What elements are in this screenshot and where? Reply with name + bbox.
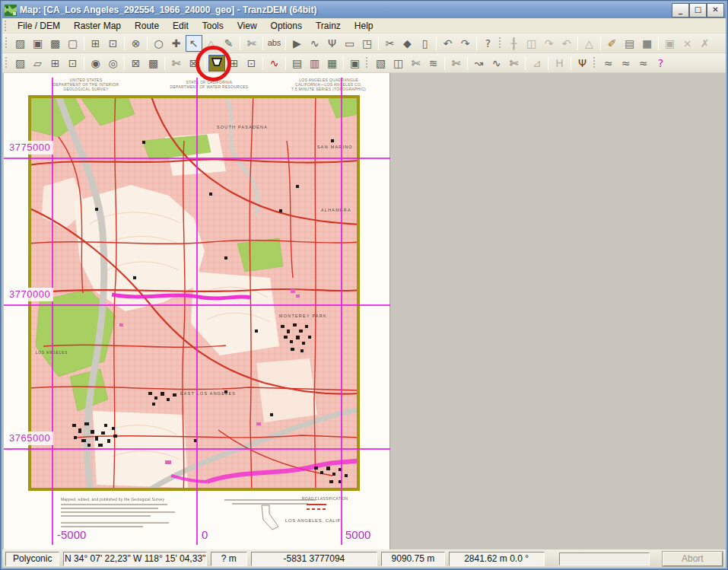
globe-button[interactable]: ◉ <box>87 55 104 72</box>
toolbar-separator <box>444 56 445 70</box>
play-button[interactable]: ▶ <box>289 35 306 52</box>
save-map-button[interactable]: ▣ <box>30 35 46 52</box>
menu-grip[interactable] <box>4 21 8 31</box>
clip-a-icon: ✄ <box>412 58 421 68</box>
menu-item-route[interactable]: Route <box>128 19 166 33</box>
save-raster-button[interactable]: ⊡ <box>105 35 122 52</box>
crop-frame-button[interactable]: ▩ <box>47 35 64 52</box>
fill-icon: ◆ <box>403 38 412 49</box>
duplicate-route-button[interactable]: ▱ <box>30 55 46 72</box>
clip-c-button[interactable]: ✄ <box>506 55 523 72</box>
toolbar-grip[interactable] <box>365 57 369 69</box>
grid-label-northing-3: 3765000 <box>6 431 53 445</box>
move-object-button[interactable]: ✐ <box>604 35 621 52</box>
frame-button[interactable]: ▭ <box>342 35 358 52</box>
map-delete-icon: ⊠ <box>132 58 141 68</box>
map-image[interactable]: SOUTH PASADENA SAN MARINO ALHAMBRA MONTE… <box>28 95 360 491</box>
grid-select-button[interactable]: ⊡ <box>243 55 260 72</box>
pointer-button[interactable]: ↖ <box>186 35 202 52</box>
menu-item-help[interactable]: Help <box>348 19 380 33</box>
open-map-button[interactable]: ▨ <box>12 35 29 52</box>
open-add-icon: ⊞ <box>51 58 60 68</box>
road-legend-line <box>307 504 326 505</box>
abort-button[interactable]: Abort <box>663 552 723 566</box>
zoom-cancel-button[interactable]: ⊗ <box>128 35 145 52</box>
undo-button[interactable]: ↶ <box>440 35 456 52</box>
open-route-button[interactable]: ▨ <box>12 55 29 72</box>
redo-button[interactable]: ↷ <box>457 35 474 52</box>
page-cut-icon: ✄ <box>172 58 181 68</box>
erase-button[interactable]: ✄ <box>243 35 260 52</box>
zoom-button[interactable]: ○ <box>151 35 167 52</box>
cut-button[interactable]: ✂ <box>382 35 399 52</box>
profile-button[interactable]: ∿ <box>266 55 283 72</box>
column-button[interactable]: ▯ <box>417 35 434 52</box>
clip-a-button[interactable]: ✄ <box>408 55 424 72</box>
pages-delete-icon: ▩ <box>148 58 158 68</box>
layers-c-button[interactable]: ▦ <box>324 55 341 72</box>
pages-delete-button[interactable]: ▩ <box>145 55 162 72</box>
svg-text:EAST LOS ANGELES: EAST LOS ANGELES <box>180 391 236 396</box>
globe-icon: ◉ <box>91 58 100 68</box>
toolbar-grip[interactable] <box>5 37 8 49</box>
minimize-button[interactable]: _ <box>672 4 688 17</box>
spline-icon: ↝ <box>475 58 484 68</box>
open-add-button[interactable]: ⊞ <box>47 55 64 72</box>
curve-button[interactable]: ∿ <box>307 35 323 52</box>
clip-b-button[interactable]: ✄ <box>448 55 465 72</box>
layer-copy-button[interactable]: ▤ <box>622 35 638 52</box>
import-dem-button[interactable]: ▧ <box>373 55 389 72</box>
page-delete-button[interactable]: ⊠ <box>186 55 202 72</box>
menu-item-options[interactable]: Options <box>264 19 309 33</box>
menu-item-file-dem[interactable]: File / DEM <box>11 19 67 33</box>
smooth-dem-button[interactable]: ≋ <box>425 55 442 72</box>
save-add-button[interactable]: ⊡ <box>65 55 81 72</box>
fill-button[interactable]: ◆ <box>399 35 416 52</box>
rail-curve-r-button: ↷ <box>541 35 558 52</box>
title-bar[interactable]: Map: [CA_Los Angeles_292554_1966_24000_g… <box>2 2 726 18</box>
trainz-help-button[interactable]: ? <box>653 55 669 72</box>
abs-mode-button[interactable]: abs <box>266 35 283 52</box>
layers-a-button[interactable]: ▤ <box>289 55 306 72</box>
dem-polygon-icon <box>211 57 223 69</box>
toolbar-grip[interactable] <box>593 57 596 69</box>
help-button[interactable]: ? <box>480 35 497 52</box>
menu-item-raster-map[interactable]: Raster Map <box>67 19 128 33</box>
snapshot-icon: ◳ <box>362 38 372 49</box>
toolbar-separator <box>378 37 379 50</box>
grid-add-button[interactable]: ⊞ <box>226 55 243 72</box>
toolbar-grip[interactable] <box>498 37 502 49</box>
new-map-button[interactable]: ▢ <box>65 35 81 52</box>
dem-polygon-button[interactable] <box>208 55 225 72</box>
rail-curve-l-button: ↶ <box>558 35 575 52</box>
maximize-button[interactable]: □ <box>690 4 706 17</box>
wave-c-button[interactable]: ≈ <box>635 55 652 72</box>
wave-a-button[interactable]: ≈ <box>600 55 617 72</box>
menu-item-tools[interactable]: Tools <box>196 19 230 33</box>
close-button[interactable]: ✕ <box>707 4 723 17</box>
map-client-area[interactable]: UNITED STATESDEPARTMENT OF THE INTERIORG… <box>2 73 726 549</box>
grid-image-button[interactable]: ▣ <box>347 55 364 72</box>
layers-b-button[interactable]: ▥ <box>307 55 323 72</box>
menu-item-edit[interactable]: Edit <box>166 19 196 33</box>
open-raster-button[interactable]: ⊞ <box>87 35 104 52</box>
fill-square-button[interactable]: ■ <box>639 35 656 52</box>
tree-button[interactable]: Ψ <box>574 55 591 72</box>
smooth-curve-button[interactable]: ∿ <box>488 55 505 72</box>
grid-label-northing-1: 3775000 <box>6 141 53 154</box>
layers-b-icon: ▥ <box>310 58 319 68</box>
snapshot-button[interactable]: ◳ <box>359 35 376 52</box>
california-inset <box>259 504 281 531</box>
menu-item-trainz[interactable]: Trainz <box>309 19 348 33</box>
menu-item-view[interactable]: View <box>230 19 264 33</box>
globe-grid-button[interactable]: ◎ <box>105 55 122 72</box>
map-delete-button[interactable]: ⊠ <box>128 55 145 72</box>
page-cut-button[interactable]: ✄ <box>168 55 185 72</box>
pan-button[interactable]: ✚ <box>168 35 185 52</box>
probe-button[interactable]: ✎ <box>221 35 237 52</box>
save-dem-button[interactable]: ◫ <box>390 55 407 72</box>
comb-button[interactable]: Ψ <box>324 35 341 52</box>
spline-button[interactable]: ↝ <box>471 55 488 72</box>
toolbar-grip[interactable] <box>5 57 8 69</box>
wave-b-button[interactable]: ≈ <box>618 55 634 72</box>
